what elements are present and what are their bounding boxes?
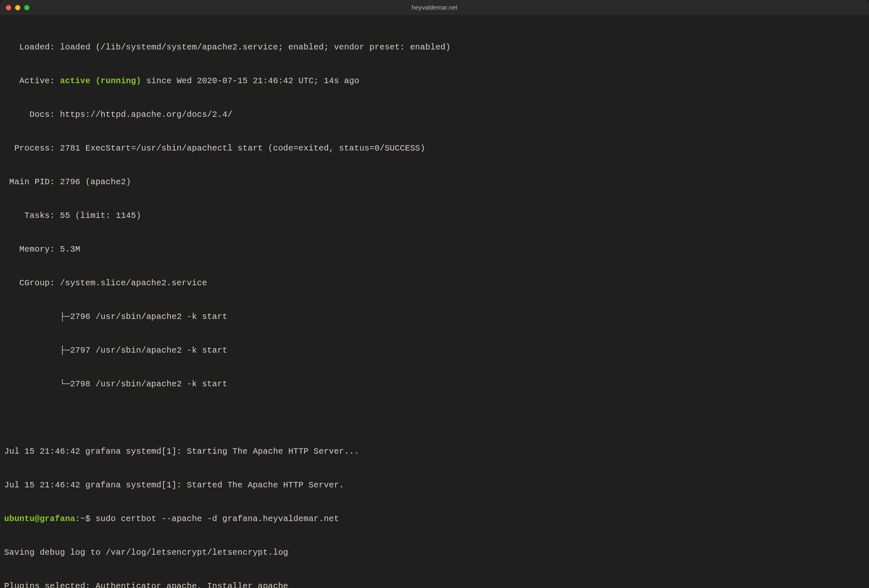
- status-active-since: since Wed 2020-07-15 21:46:42 UTC; 14s a…: [141, 76, 359, 86]
- status-cgroup-proc-1: ├─2796 /usr/sbin/apache2 -k start: [4, 311, 865, 322]
- journal-line-1: Jul 15 21:46:42 grafana systemd[1]: Star…: [4, 446, 865, 457]
- terminal-window: heyvaldemar.net Loaded: loaded (/lib/sys…: [0, 0, 869, 588]
- titlebar[interactable]: heyvaldemar.net: [0, 0, 869, 15]
- terminal-content[interactable]: Loaded: loaded (/lib/systemd/system/apac…: [0, 15, 869, 588]
- prompt-sep: :: [75, 514, 80, 524]
- status-mainpid: Main PID: 2796 (apache2): [4, 176, 865, 188]
- prompt-command: sudo certbot --apache -d grafana.heyvald…: [96, 514, 339, 524]
- status-cgroup: CGroup: /system.slice/apache2.service: [4, 277, 865, 289]
- status-docs: Docs: https://httpd.apache.org/docs/2.4/: [4, 109, 865, 120]
- status-cgroup-proc-3: └─2798 /usr/sbin/apache2 -k start: [4, 378, 865, 390]
- status-tasks: Tasks: 55 (limit: 1145): [4, 210, 865, 221]
- prompt-user: ubuntu: [4, 514, 35, 524]
- shell-prompt: ubuntu@grafana:~$ sudo certbot --apache …: [4, 513, 865, 524]
- prompt-host: grafana: [40, 514, 75, 524]
- status-active-value: active (running): [60, 76, 141, 86]
- certbot-log-1: Saving debug log to /var/log/letsencrypt…: [4, 547, 865, 558]
- window-title: heyvaldemar.net: [0, 3, 869, 12]
- prompt-path: ~: [80, 514, 85, 524]
- status-cgroup-proc-2: ├─2797 /usr/sbin/apache2 -k start: [4, 345, 865, 356]
- zoom-icon[interactable]: [24, 5, 30, 10]
- status-process: Process: 2781 ExecStart=/usr/sbin/apache…: [4, 143, 865, 154]
- minimize-icon[interactable]: [15, 5, 20, 10]
- blank-line: [4, 412, 865, 423]
- status-memory: Memory: 5.3M: [4, 244, 865, 255]
- certbot-log-2: Plugins selected: Authenticator apache, …: [4, 581, 865, 588]
- journal-line-2: Jul 15 21:46:42 grafana systemd[1]: Star…: [4, 479, 865, 491]
- window-controls: [6, 5, 30, 10]
- prompt-at: @: [35, 514, 40, 524]
- status-active-label: Active:: [4, 76, 60, 86]
- status-loaded: Loaded: loaded (/lib/systemd/system/apac…: [4, 42, 865, 53]
- prompt-symbol: $: [85, 514, 95, 524]
- status-active: Active: active (running) since Wed 2020-…: [4, 75, 865, 86]
- close-icon[interactable]: [6, 5, 11, 10]
